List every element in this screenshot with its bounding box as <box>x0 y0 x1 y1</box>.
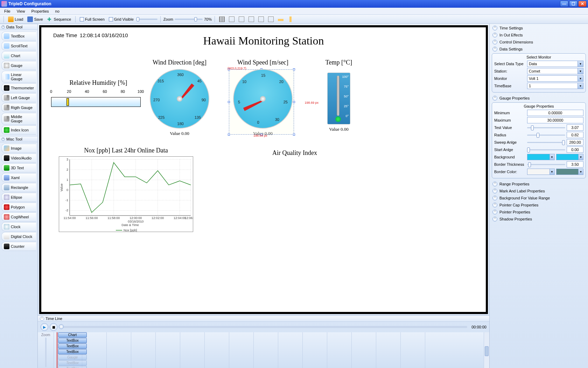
section-pointer-cap-properties[interactable]: ˅Pointer Cap Properties <box>490 202 587 209</box>
minimum-input[interactable]: 0.00000 <box>527 110 583 116</box>
tool-gauge[interactable]: Gauge <box>1 61 36 70</box>
border-thickness-slider[interactable] <box>527 162 565 167</box>
timeline-scrollbar[interactable] <box>484 332 489 368</box>
timebase-combo[interactable]: 1▼ <box>527 83 583 89</box>
tool-scrolltext[interactable]: ScrollText <box>1 41 36 50</box>
border-color-2[interactable]: ▼ <box>556 169 584 175</box>
digital-clock-icon <box>4 234 9 239</box>
timeline-item[interactable]: TextBox <box>58 349 87 354</box>
station-combo[interactable]: Comet▼ <box>527 68 583 74</box>
bg-color-1[interactable]: ▼ <box>527 154 555 160</box>
minimize-button[interactable]: — <box>560 1 568 7</box>
grid-visible-toggle[interactable]: Grid Visible <box>107 16 135 22</box>
humidity-tick: 0 <box>50 89 52 94</box>
wind-dir-gauge[interactable]: 360 45 90 135 180 225 270 315 <box>150 69 209 129</box>
radius-slider[interactable] <box>527 132 565 138</box>
humidity-title: Relative Humidity [%] <box>51 79 146 87</box>
section-pointer-properties[interactable]: ˅Pointer Properties <box>490 209 587 216</box>
close-button[interactable]: ✕ <box>578 1 587 7</box>
timeline-item[interactable]: TextBox <box>58 360 87 366</box>
section-control-dimensions[interactable]: ˅Control Dimensions <box>490 39 587 46</box>
test-value-input[interactable]: 3.07 <box>567 124 583 131</box>
tool-middle-gauge[interactable]: Middle Gauge <box>1 113 36 125</box>
border-color-1[interactable]: ▼ <box>527 169 555 175</box>
wind-speed-gauge[interactable]: 0 5 10 15 20 25 30 <box>233 69 293 129</box>
temp-title: Temp [°C] <box>321 59 356 66</box>
timeline-item[interactable]: Gauge <box>58 355 87 360</box>
section-data-settings[interactable]: ˄Data Settings <box>490 46 587 53</box>
menu-help[interactable]: no <box>52 8 62 14</box>
tool-clock[interactable]: Clock <box>1 222 36 231</box>
data-type-combo[interactable]: Data▼ <box>527 61 583 67</box>
tool-linear-gauge[interactable]: Linear Gauge <box>1 71 36 83</box>
timeline-item[interactable]: TextBox <box>58 366 87 368</box>
monitor-combo[interactable]: Volt 1▼ <box>527 75 583 82</box>
section-range-properties[interactable]: ˅Range Properties <box>490 180 587 188</box>
timeline-item[interactable]: Chart <box>58 332 87 338</box>
tool-xaml[interactable]: Xaml <box>1 173 36 182</box>
tool-ellipse[interactable]: Ellipse <box>1 193 36 202</box>
load-button[interactable]: Load <box>7 16 24 23</box>
start-input[interactable]: 0.00 <box>567 146 583 153</box>
maximum-input[interactable]: 30.00000 <box>527 117 583 123</box>
sweep-slider[interactable] <box>527 139 565 145</box>
maximize-button[interactable]: ☐ <box>569 1 578 7</box>
start-slider[interactable] <box>527 147 565 152</box>
tool-cogwheel[interactable]: CogWheel <box>1 212 36 222</box>
timeline-item[interactable]: TextBox <box>58 343 87 349</box>
tool-3d-text[interactable]: 3D Text <box>1 163 36 172</box>
nox-chart[interactable]: Nox [ppb] Last 24hr Online Data -2-10123… <box>59 156 193 232</box>
align-btn-6[interactable] <box>267 16 275 23</box>
border-thickness-input[interactable]: 3.50 <box>567 161 583 168</box>
humidity-gauge[interactable] <box>51 97 141 107</box>
align-btn-1[interactable] <box>218 16 226 23</box>
timeline-item[interactable]: TextBox <box>58 338 87 343</box>
misc-tool-header[interactable]: ˄Misc Tool <box>0 136 37 142</box>
fullscreen-toggle[interactable]: Full Screen <box>78 16 106 22</box>
temp-thermometer[interactable]: 100° 75° 50° 25° 0° <box>327 73 350 124</box>
bg-color-2[interactable]: ▼ <box>556 154 584 160</box>
section-mark-and-label-properties[interactable]: ˅Mark And Label Properties <box>490 188 587 195</box>
tool-image[interactable]: Image <box>1 144 36 153</box>
save-button[interactable]: Save <box>26 16 44 23</box>
section-time-settings[interactable]: ˅Time Settings <box>490 25 587 32</box>
section-gauge-properties[interactable]: ˄Gauge Properties <box>490 95 587 102</box>
tool-video-audio[interactable]: Video/Audio <box>1 154 36 163</box>
tool-rectangle[interactable]: Rectangle <box>1 183 36 192</box>
ruler-h-button[interactable] <box>276 16 285 22</box>
tool-left-gauge[interactable]: Left Gauge <box>1 93 36 102</box>
data-tool-header[interactable]: ˄Data Tool <box>0 24 37 30</box>
section-shadow-properties[interactable]: ˅Shadow Properties <box>490 216 587 223</box>
left-gauge-icon <box>4 95 9 101</box>
menu-properties[interactable]: Properties <box>28 8 51 14</box>
tool-textbox[interactable]: TextBox <box>1 32 36 41</box>
tool-counter[interactable]: Counter <box>1 242 36 251</box>
align-btn-3[interactable] <box>237 16 246 23</box>
tool-thermometer[interactable]: Thermometer <box>1 83 36 93</box>
sweep-input[interactable]: 280.00 <box>567 139 583 145</box>
timeline-header[interactable]: ˄Time Line <box>38 316 489 322</box>
sequence-button[interactable]: ✚Sequence <box>46 16 73 23</box>
align-btn-2[interactable] <box>227 16 236 23</box>
menu-file[interactable]: File <box>1 8 13 14</box>
zoom-slider[interactable] <box>175 19 203 20</box>
align-btn-5[interactable] <box>257 16 265 23</box>
radius-input[interactable]: 0.82 <box>567 132 583 138</box>
grid-slider[interactable] <box>136 19 158 20</box>
ruler-v-button[interactable] <box>286 16 293 23</box>
humidity-tick: 40 <box>85 89 89 94</box>
timeline-stop-button[interactable]: ◼ <box>50 323 57 331</box>
timeline-zoom-slider[interactable] <box>45 338 47 367</box>
menu-view[interactable]: View <box>14 8 28 14</box>
tool-rigth-gauge[interactable]: Rigth Gauge <box>1 103 36 112</box>
tool-digital-clock[interactable]: Digital Clock <box>1 232 36 241</box>
tool-index-icon[interactable]: Index Icon <box>1 125 36 135</box>
align-btn-4[interactable] <box>247 16 255 23</box>
timeline-play-button[interactable]: ▶ <box>41 323 48 331</box>
timeline-scrubber[interactable] <box>59 326 467 328</box>
tool-polygon[interactable]: Polygon <box>1 203 36 212</box>
section-background-for-value-range[interactable]: ˅Background For Value Range <box>490 195 587 202</box>
test-value-slider[interactable] <box>527 125 565 130</box>
section-in-out-effects[interactable]: ˅In Out Effects <box>490 32 587 39</box>
tool-chart[interactable]: Chart <box>1 51 36 60</box>
